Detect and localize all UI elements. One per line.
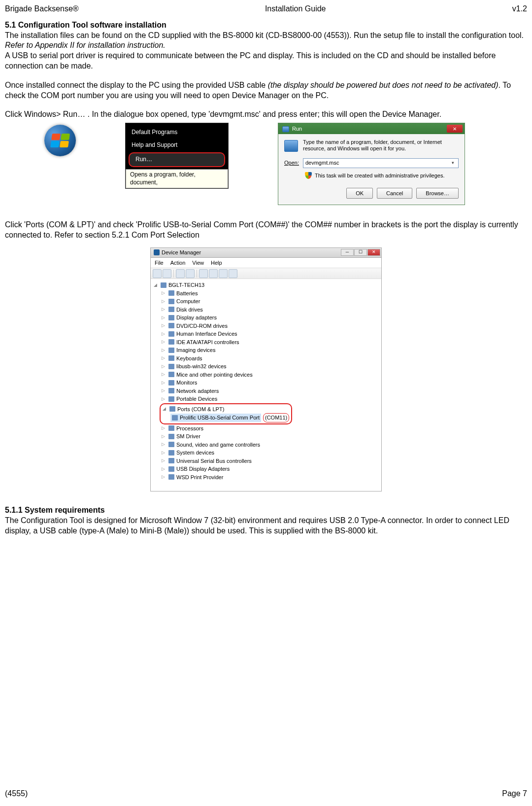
tree-item: ▷System devices — [162, 449, 378, 457]
tree-item: ▷Batteries — [162, 289, 378, 298]
run-input-value: devmgmt.msc — [305, 159, 339, 166]
expand-arrow-icon: ▷ — [162, 380, 166, 386]
com-number-circled: (COM11) — [263, 413, 289, 422]
section-5-1-1-title: 5.1.1 System requirements — [5, 505, 527, 516]
tree-item: ▷Processors — [162, 424, 378, 433]
device-category-icon — [168, 364, 174, 369]
page-header: Brigade Backsense® Installation Guide v1… — [0, 0, 532, 16]
expand-arrow-icon: ▷ — [162, 371, 166, 378]
expand-arrow-icon: ▷ — [162, 298, 166, 305]
tree-item-label: Universal Serial Bus controllers — [176, 457, 252, 465]
toolbar-back-icon — [153, 269, 162, 278]
device-category-icon — [168, 331, 174, 337]
footer-right: Page 7 — [502, 789, 527, 799]
tree-item: ▷Sound, video and game controllers — [162, 441, 378, 449]
dropdown-arrow-icon: ▾ — [449, 160, 456, 167]
tree-item-label: Computer — [176, 297, 200, 306]
toolbar-icon — [186, 269, 195, 278]
tree-item: ▷Keyboards — [162, 354, 378, 363]
paragraph-5: Click 'Ports (COM & LPT)' and check 'Pro… — [5, 220, 527, 241]
run-icon — [282, 126, 289, 132]
tree-item: ▷Disk drives — [162, 306, 378, 314]
tree-item-label: DVD/CD-ROM drives — [176, 322, 228, 330]
screenshot-row-1: Default Programs Help and Support Run… O… — [44, 123, 527, 205]
tree-item-label: Disk drives — [176, 306, 203, 314]
device-category-icon — [168, 458, 174, 463]
device-category-icon — [168, 474, 174, 480]
header-left: Brigade Backsense® — [5, 4, 79, 14]
uac-shield-icon — [305, 172, 312, 179]
browse-button: Browse… — [416, 188, 459, 199]
device-category-icon — [168, 372, 174, 377]
tree-item-label: Display adapters — [176, 314, 217, 322]
expand-arrow-icon: ▷ — [162, 387, 166, 394]
tree-item-label: Keyboards — [176, 354, 202, 363]
device-category-icon — [168, 339, 174, 345]
tree-item: ▷Computer — [162, 297, 378, 306]
tree-item: ▷Network adapters — [162, 387, 378, 395]
devmgr-toolbar — [151, 268, 381, 279]
start-menu-default-programs: Default Programs — [126, 126, 228, 139]
toolbar-icon — [176, 269, 185, 278]
windows-flag-icon — [50, 134, 70, 147]
device-category-icon — [168, 442, 174, 447]
start-menu-tooltip: Opens a program, folder, document, — [126, 169, 228, 188]
port-icon — [172, 415, 178, 421]
device-category-icon — [168, 290, 174, 296]
ports-label: Ports (COM & LPT) — [177, 405, 224, 414]
ok-button: OK — [346, 188, 373, 199]
tree-item: ▷WSD Print Provider — [162, 473, 378, 482]
expand-arrow-icon: ▷ — [162, 347, 166, 354]
run-open-input: devmgmt.msc ▾ — [303, 158, 459, 168]
tree-item: ▷Human Interface Devices — [162, 330, 378, 338]
device-category-icon — [168, 434, 174, 439]
tree-item-label: Batteries — [176, 289, 198, 298]
device-category-icon — [168, 299, 174, 304]
toolbar-icon — [209, 269, 218, 278]
tree-item: ▷Imaging devices — [162, 346, 378, 354]
paragraph-2: A USB to serial port driver is required … — [5, 51, 527, 71]
toolbar-icon — [199, 269, 208, 278]
paragraph-4: Click Windows> Run… . In the dialogue bo… — [5, 109, 527, 120]
run-dialog-title: Run — [292, 125, 302, 132]
tree-item-label: libusb-win32 devices — [176, 362, 227, 371]
prolific-port-selected: Prolific USB-to-Serial Comm Port — [170, 414, 261, 422]
menu-action: Action — [170, 259, 186, 266]
device-category-icon — [168, 380, 174, 385]
run-dialog-description: Type the name of a program, folder, docu… — [303, 139, 459, 152]
paragraph-1: The installation files can be found on t… — [5, 31, 527, 51]
devmgr-title: Device Manager — [162, 249, 201, 256]
close-icon: ✕ — [367, 249, 380, 256]
page-footer: (4555) Page 7 — [5, 789, 527, 799]
tree-item-label: SM Driver — [176, 432, 200, 441]
header-right: v1.2 — [512, 4, 527, 14]
devmgr-title-icon — [154, 249, 160, 255]
p1-italic: Refer to Appendix II for installation in… — [5, 41, 166, 49]
expand-arrow-icon: ◢ — [154, 282, 159, 289]
device-manager-screenshot: Device Manager ─ ☐ ✕ File Action View He… — [150, 247, 382, 491]
tree-item-label: Network adapters — [176, 387, 219, 395]
tree-root-label: BGLT-TECH13 — [168, 281, 204, 289]
windows-start-button-icon — [44, 125, 76, 156]
p3-italic: (the display should be powered but does … — [268, 81, 499, 89]
tree-item-label: IDE ATA/ATAPI controllers — [176, 338, 239, 347]
tree-item: ▷IDE ATA/ATAPI controllers — [162, 338, 378, 347]
expand-arrow-icon: ▷ — [162, 474, 166, 481]
menu-file: File — [155, 259, 164, 266]
toolbar-icon — [229, 269, 237, 278]
tree-item-label: Imaging devices — [176, 346, 216, 354]
footer-left: (4555) — [5, 789, 28, 799]
menu-view: View — [192, 259, 204, 266]
devmgr-titlebar: Device Manager ─ ☐ ✕ — [151, 248, 381, 258]
tree-item: ▷Mice and other pointing devices — [162, 371, 378, 379]
computer-icon — [161, 282, 166, 288]
tree-item: ▷USB Display Adapters — [162, 465, 378, 473]
maximize-icon: ☐ — [354, 249, 367, 256]
device-category-icon — [168, 323, 174, 328]
expand-arrow-icon: ▷ — [162, 315, 166, 321]
expand-arrow-icon: ▷ — [162, 290, 166, 297]
tree-item-label: Human Interface Devices — [176, 330, 237, 338]
device-category-icon — [168, 466, 174, 472]
device-category-icon — [168, 307, 174, 312]
tree-item: ▷SM Driver — [162, 432, 378, 441]
